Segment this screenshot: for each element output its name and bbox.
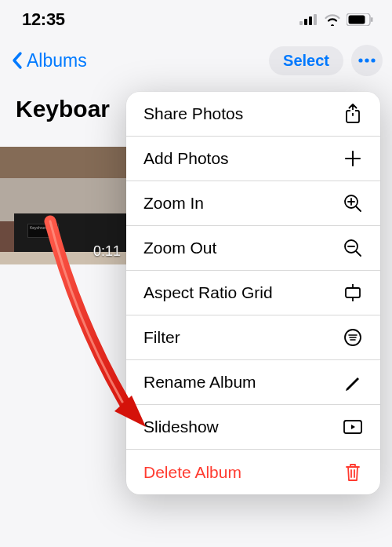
- svg-rect-1: [304, 19, 307, 25]
- menu-item-delete[interactable]: Delete Album: [126, 450, 380, 494]
- thumbnail-duration: 0:11: [93, 243, 121, 260]
- menu-item-label: Aspect Ratio Grid: [143, 283, 273, 302]
- svg-rect-3: [314, 14, 317, 25]
- svg-rect-11: [350, 110, 355, 113]
- chevron-left-icon: [11, 51, 24, 70]
- ellipsis-icon: [358, 58, 376, 63]
- menu-item-slideshow[interactable]: Slideshow: [126, 405, 380, 450]
- pencil-icon: [343, 372, 363, 392]
- menu-item-rename[interactable]: Rename Album: [126, 360, 380, 405]
- svg-rect-14: [346, 288, 360, 297]
- menu-item-label: Rename Album: [143, 373, 256, 392]
- menu-item-share-photos[interactable]: Share Photos: [126, 92, 380, 137]
- share-icon: [343, 104, 363, 124]
- menu-item-zoom-in[interactable]: Zoom In: [126, 181, 380, 226]
- nav-bar: Albums Select: [0, 39, 392, 82]
- menu-item-label: Zoom In: [143, 194, 204, 213]
- plus-icon: [343, 148, 363, 169]
- zoom-in-icon: [343, 193, 363, 213]
- svg-point-8: [365, 58, 368, 62]
- more-button[interactable]: [351, 45, 383, 76]
- menu-item-filter[interactable]: Filter: [126, 315, 380, 360]
- svg-rect-6: [371, 17, 373, 22]
- zoom-out-icon: [343, 238, 363, 258]
- back-label: Albums: [27, 50, 87, 71]
- menu-item-label: Filter: [143, 328, 180, 347]
- svg-rect-5: [349, 16, 365, 24]
- menu-item-label: Add Photos: [143, 149, 229, 168]
- svg-rect-0: [299, 21, 303, 25]
- menu-item-label: Zoom Out: [143, 239, 216, 257]
- menu-item-zoom-out[interactable]: Zoom Out: [126, 226, 380, 271]
- back-button[interactable]: Albums: [11, 50, 87, 71]
- status-bar: 12:35: [0, 0, 392, 39]
- menu-item-aspect-ratio[interactable]: Aspect Ratio Grid: [126, 271, 380, 315]
- slideshow-icon: [343, 417, 363, 437]
- cellular-signal-icon: [299, 14, 318, 25]
- svg-rect-2: [309, 16, 312, 25]
- svg-point-7: [358, 58, 362, 62]
- wifi-icon: [324, 13, 341, 26]
- menu-item-label: Slideshow: [143, 418, 219, 436]
- status-time: 12:35: [22, 9, 65, 30]
- battery-icon: [347, 13, 373, 26]
- aspect-ratio-icon: [343, 283, 363, 303]
- video-thumbnail[interactable]: Keychron K2 0:11: [0, 147, 127, 264]
- filter-icon: [343, 327, 363, 348]
- trash-icon: [343, 462, 363, 483]
- menu-item-label: Share Photos: [143, 104, 243, 123]
- select-button[interactable]: Select: [269, 46, 343, 75]
- context-menu: Share Photos Add Photos Zoom In Zoom Out…: [126, 92, 380, 494]
- menu-item-add-photos[interactable]: Add Photos: [126, 137, 380, 181]
- menu-item-label: Delete Album: [143, 463, 241, 482]
- status-right-icons: [299, 13, 373, 26]
- svg-point-9: [371, 58, 375, 62]
